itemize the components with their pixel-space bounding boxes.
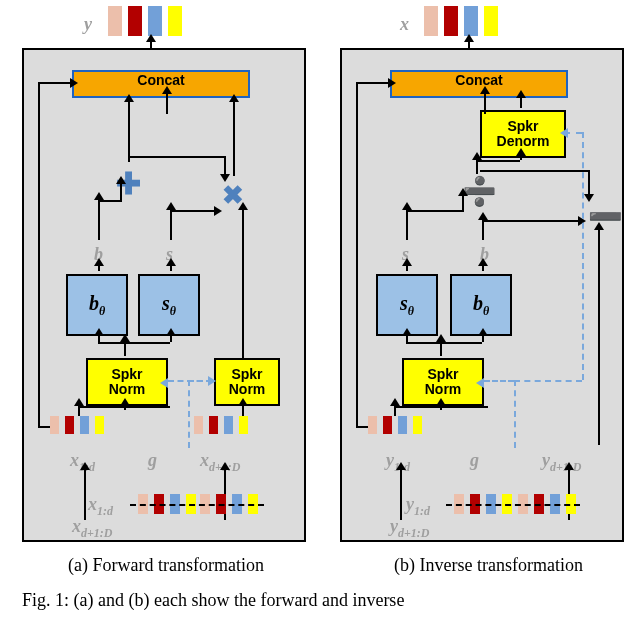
arrow <box>128 102 130 162</box>
concat-box: Concat <box>72 70 250 98</box>
arrow <box>482 266 484 271</box>
arrow <box>84 470 86 520</box>
output-y-label: y <box>84 14 92 35</box>
arrow <box>98 200 120 202</box>
figure-caption: Fig. 1: (a) and (b) each show the forwar… <box>22 590 618 611</box>
arrow <box>242 406 244 416</box>
arrow <box>406 266 408 271</box>
x1d-bars <box>50 416 104 434</box>
dashed-link <box>514 380 516 448</box>
dashed-arrowhead <box>560 128 568 138</box>
dashed-link <box>484 380 514 382</box>
arrow <box>482 336 484 342</box>
output-y-bars <box>108 6 182 36</box>
arrow <box>98 336 100 342</box>
arrow <box>484 94 486 114</box>
dashed-link <box>514 380 582 382</box>
arrow <box>356 82 388 84</box>
forward-panel: Concat ✚ ✖ b s bθ sθ Spkr Norm Spkr Norm… <box>22 48 306 542</box>
b-theta-box-r: bθ <box>450 274 512 336</box>
arrow <box>406 342 482 344</box>
arrow <box>476 160 520 162</box>
xd1D-bars <box>194 416 248 434</box>
arrow <box>242 210 244 358</box>
inverse-panel: Concat Spkr Denorm ➗ ➖ s b sθ bθ Spkr No… <box>340 48 624 542</box>
output-x-bars <box>424 6 498 36</box>
caption-a: (a) Forward transformation <box>68 555 264 576</box>
arrow <box>170 266 172 271</box>
g-label: g <box>148 450 157 471</box>
arrow <box>166 94 168 114</box>
s-theta-box-r: sθ <box>376 274 438 336</box>
arrow <box>233 102 235 176</box>
arrow <box>356 426 368 428</box>
arrow <box>406 210 408 240</box>
dashed-link <box>582 132 584 380</box>
arrow <box>520 156 522 160</box>
arrow <box>124 342 126 356</box>
arrow <box>482 220 578 222</box>
arrow <box>406 210 462 212</box>
arrow <box>38 82 70 84</box>
arrow <box>356 82 358 426</box>
split-yd1D-label: yd+1:D <box>390 516 430 541</box>
arrow <box>170 210 214 212</box>
b-theta-box: bθ <box>66 274 128 336</box>
arrow <box>124 406 126 410</box>
yd1D-label: yd+1:D <box>542 450 582 475</box>
s-theta-box: sθ <box>138 274 200 336</box>
arrow <box>38 426 50 428</box>
arrow <box>224 156 226 174</box>
split-xd1D-label: xd+1:D <box>72 516 113 541</box>
arrow <box>98 200 100 240</box>
arrow <box>598 230 600 445</box>
output-x-label: x <box>400 14 409 35</box>
arrow <box>120 184 122 202</box>
arrow <box>462 196 464 212</box>
arrow <box>520 98 522 108</box>
arrow <box>468 42 470 48</box>
arrow <box>440 342 442 356</box>
arrow <box>98 266 100 271</box>
dashed-link <box>188 380 190 448</box>
split-y1d-label: y1:d <box>406 494 430 519</box>
arrow <box>150 42 152 48</box>
arrow <box>98 342 170 344</box>
split-dash-r <box>446 504 580 506</box>
arrow <box>480 170 588 172</box>
arrow <box>476 160 478 174</box>
arrow <box>400 470 402 520</box>
y1d-bars <box>368 416 422 434</box>
arrow <box>482 220 484 240</box>
arrow <box>38 82 40 426</box>
dashed-arrowhead <box>208 376 216 386</box>
split-dash <box>130 504 264 506</box>
arrow <box>128 156 224 158</box>
figure-panels: y x Concat ✚ ✖ b s bθ sθ Spkr Norm Spkr … <box>0 0 640 570</box>
arrow <box>170 336 172 342</box>
arrow <box>588 170 590 194</box>
g-label-r: g <box>470 450 479 471</box>
concat-box-r: Concat <box>390 70 568 98</box>
split-x1d-label: x1:d <box>88 494 113 519</box>
arrow <box>406 336 408 342</box>
arrow <box>170 210 172 240</box>
caption-b: (b) Inverse transformation <box>394 555 583 576</box>
arrow <box>440 406 442 410</box>
